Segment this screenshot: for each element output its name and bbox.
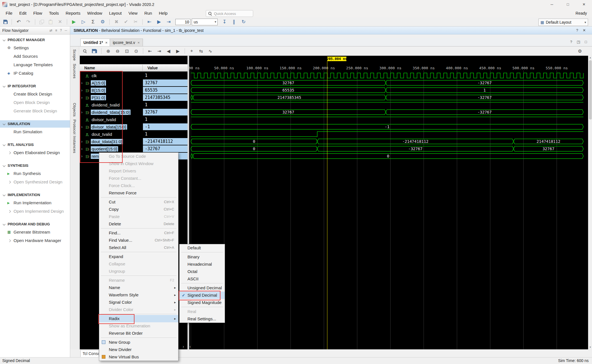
- nav-item-create-block-design[interactable]: Create Block Design: [0, 90, 70, 98]
- signal-row-a-15-0[interactable]: ›A[15:0]: [80, 79, 143, 86]
- wave-a-15-0[interactable]: 32767-32767: [191, 80, 583, 85]
- expand-icon[interactable]: ›: [80, 154, 85, 158]
- nav-item-language-templates[interactable]: Language Templates: [0, 61, 70, 69]
- wave-b-15-0[interactable]: 655351: [191, 88, 583, 93]
- context-menu-item-ungroup[interactable]: Ungroup: [99, 268, 178, 275]
- signal-row-dout-tdata-31-0[interactable]: ›dout_tdata[31:0]: [80, 138, 143, 145]
- nav-item-open-elaborated-design[interactable]: Open Elaborated Design: [0, 148, 70, 157]
- scrollbar-thumb[interactable]: [589, 60, 592, 119]
- next-transition-icon[interactable]: ▶: [175, 48, 180, 54]
- context-menu-item-remove-force[interactable]: Remove Force: [99, 189, 178, 197]
- nav-item-run-synthesis[interactable]: ▶Run Synthesis: [0, 169, 70, 178]
- context-menu-item-show-as-enumeration[interactable]: Show as Enumeration: [99, 322, 178, 330]
- radix-option-octal[interactable]: Octal: [180, 268, 225, 275]
- wave-rema[interactable]: 0: [191, 154, 583, 159]
- splitter-collapse-icon[interactable]: ›: [183, 344, 184, 349]
- nav-item-ip-catalog[interactable]: ◈IP Catalog: [0, 69, 70, 77]
- zoom-out-icon[interactable]: ⊖: [115, 48, 120, 54]
- signal-row-dividend-tvalid[interactable]: dividend_tvalid: [80, 101, 143, 108]
- signal-row-dout-tvalid[interactable]: dout_tvalid: [80, 130, 143, 138]
- menu-reports[interactable]: Reports: [62, 9, 84, 17]
- context-menu-item-force-constant[interactable]: Force Constant...: [99, 175, 178, 182]
- menu-edit[interactable]: Edit: [16, 9, 30, 17]
- signal-row-divisor-tdata-15-0[interactable]: ›divisor_tdata[15:0]: [80, 123, 143, 130]
- context-menu-item-show-in-object-window[interactable]: Show in Object Window: [99, 160, 178, 167]
- menu-window[interactable]: Window: [84, 9, 105, 17]
- nav-item-settings[interactable]: ⚙Settings: [0, 44, 70, 52]
- go-to-last-time-icon[interactable]: ⇥: [157, 48, 162, 54]
- menu-tools[interactable]: Tools: [46, 9, 62, 17]
- delete-icon[interactable]: ✕: [57, 19, 63, 25]
- context-menu-item-reverse-bit-order[interactable]: Reverse Bit Order: [99, 330, 178, 337]
- previous-transition-icon[interactable]: ◀: [166, 48, 171, 54]
- expand-icon[interactable]: ›: [80, 81, 85, 85]
- go-to-time-0-icon[interactable]: ⇤: [147, 48, 153, 54]
- radix-option-signed-decimal[interactable]: ✓Signed Decimal: [180, 292, 225, 299]
- radix-option-real[interactable]: Real: [180, 308, 225, 315]
- nav-section-header-rtl-analysis[interactable]: RTL ANALYSIS: [0, 141, 70, 148]
- nav-item-open-synthesized-design[interactable]: Open Synthesized Design: [0, 178, 70, 186]
- context-menu-item-go-to-source-code[interactable]: Go To Source Code: [99, 153, 178, 160]
- context-menu-item-delete[interactable]: DeleteDelete: [99, 220, 178, 228]
- nav-item-run-implementation[interactable]: ▶Run Implementation: [0, 199, 70, 207]
- help-icon[interactable]: ?: [60, 26, 62, 34]
- nav-item-add-sources[interactable]: Add Sources: [0, 52, 70, 61]
- side-tab-sources[interactable]: Sources: [72, 64, 77, 79]
- column-header-name[interactable]: Name: [84, 64, 95, 72]
- menu-file[interactable]: File: [2, 9, 16, 17]
- check-icon[interactable]: ✔: [123, 19, 129, 25]
- wave-dout-tvalid[interactable]: [191, 132, 583, 137]
- nav-section-header-project-manager[interactable]: PROJECT MANAGER: [0, 36, 70, 44]
- context-menu-item-rename[interactable]: RenameF2: [99, 277, 178, 284]
- wave-dout-tdata-31-0[interactable]: 0-21474181122147418112: [191, 139, 583, 144]
- context-menu-item-signal-color[interactable]: Signal Color▸: [99, 299, 178, 306]
- wave-dividend-tdata-15-0[interactable]: 32767-32767: [191, 110, 583, 115]
- step-icon[interactable]: ⇥: [166, 19, 171, 25]
- menu-help[interactable]: Help: [155, 9, 171, 17]
- nav-section-header-implementation[interactable]: IMPLEMENTATION: [0, 191, 70, 199]
- nav-section-header-ip-integrator[interactable]: IP INTEGRATOR: [0, 83, 70, 90]
- wave-divisor-tdata-15-0[interactable]: -1: [191, 124, 583, 129]
- context-menu-item-new-divider[interactable]: New Divider: [99, 346, 178, 353]
- run-all-icon[interactable]: ▶: [156, 19, 162, 25]
- search-icon[interactable]: [83, 49, 88, 53]
- zoom-to-cursor-icon[interactable]: ⊙: [134, 48, 139, 54]
- expand-icon[interactable]: ›: [80, 139, 85, 144]
- context-menu-item-new-group[interactable]: New Group: [99, 339, 178, 346]
- swap-cursors-icon[interactable]: ⇆: [198, 48, 204, 54]
- nav-section-header-simulation[interactable]: SIMULATION: [0, 120, 70, 128]
- waveform-canvas[interactable]: 0.000 ns50.000 ns100.000 ns150.000 ns200…: [189, 56, 588, 349]
- snap-to-transition-icon[interactable]: ∿: [208, 48, 213, 54]
- signal-row-quotient-15-0[interactable]: ›quotient[15:0]: [80, 145, 143, 152]
- expand-icon[interactable]: ›: [80, 125, 85, 129]
- help-icon[interactable]: ?: [576, 26, 578, 34]
- signal-row-p-31-0[interactable]: ›P[31:0]: [80, 94, 143, 101]
- run-for-time-icon[interactable]: ↧: [222, 19, 227, 25]
- pause-icon[interactable]: ∥: [231, 19, 237, 25]
- timeline-cursor[interactable]: 205.004 ns: [327, 57, 347, 349]
- nav-item-open-implemented-design[interactable]: Open Implemented Design: [0, 207, 70, 216]
- nav-section-header-program-and-debug[interactable]: PROGRAM AND DEBUG: [0, 221, 70, 228]
- context-menu-item-find-value[interactable]: Find Value...Ctrl+Shift+F: [99, 237, 178, 244]
- context-menu-item-find[interactable]: Find...Ctrl+F: [99, 229, 178, 237]
- context-menu-item-new-virtual-bus[interactable]: New Virtual Bus: [99, 353, 178, 361]
- signal-row-dividend-tdata-15-0[interactable]: ›dividend_tdata[15:0]: [80, 108, 143, 116]
- radix-option-unsigned-decimal[interactable]: Unsigned Decimal: [180, 284, 225, 292]
- paste-icon[interactable]: [48, 19, 53, 25]
- nav-item-open-hardware-manager[interactable]: Open Hardware Manager: [0, 236, 70, 245]
- tab-ipcore-test-v[interactable]: ipcore_test.v ✕: [110, 39, 143, 46]
- continue-icon[interactable]: ▷: [81, 19, 86, 25]
- stop-icon[interactable]: ✖: [114, 19, 119, 25]
- close-icon[interactable]: ✕: [105, 39, 107, 46]
- nav-item-open-block-design[interactable]: Open Block Design: [0, 98, 70, 107]
- signal-row-b-15-0[interactable]: ›B[15:0]: [80, 86, 143, 94]
- add-marker-icon[interactable]: ⌖: [189, 48, 194, 54]
- context-menu-item-force-clock[interactable]: Force Clock...: [99, 182, 178, 189]
- expand-icon[interactable]: ›: [80, 95, 85, 100]
- menu-run[interactable]: Run: [141, 9, 156, 17]
- radix-option-default[interactable]: Default: [180, 244, 225, 252]
- waveform-area[interactable]: 0.000 ns50.000 ns100.000 ns150.000 ns200…: [189, 56, 588, 349]
- dock-icon[interactable]: ⇄: [50, 26, 52, 34]
- radix-option-signed-magnitude[interactable]: Signed Magnitude: [180, 299, 225, 306]
- splitter-collapse-icon[interactable]: ‹: [189, 344, 191, 349]
